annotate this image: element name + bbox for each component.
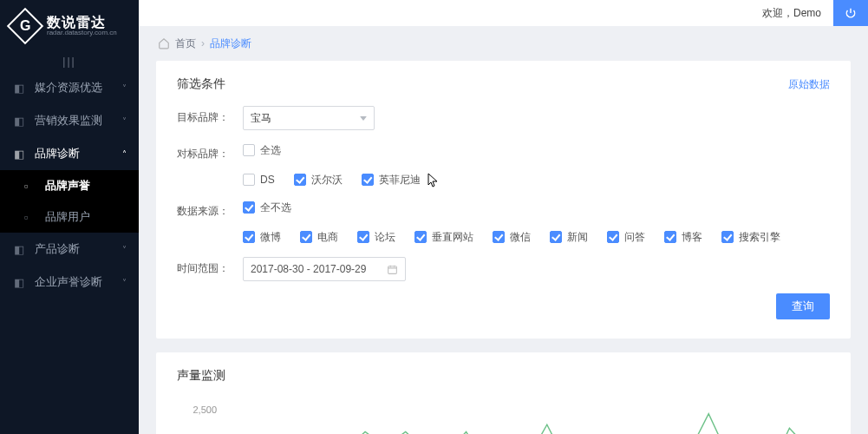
submenu-icon: ▫ bbox=[24, 180, 36, 192]
checkbox-label: 全选 bbox=[260, 142, 281, 158]
filter-title: 筛选条件 bbox=[177, 76, 225, 92]
chevron-down-icon: ˅ bbox=[122, 245, 127, 254]
query-button[interactable]: 查询 bbox=[776, 293, 830, 319]
checkbox-icon bbox=[721, 231, 734, 243]
checkbox-icon bbox=[493, 231, 505, 243]
sidebar-subitem-label: 品牌用户 bbox=[45, 209, 90, 225]
logout-button[interactable] bbox=[833, 0, 868, 26]
checkbox-icon bbox=[607, 231, 619, 243]
logo: G 数说雷达 radar.datastory.com.cn bbox=[0, 0, 139, 52]
date-range-label: 时间范围： bbox=[177, 257, 243, 279]
checkbox-icon bbox=[362, 174, 374, 186]
menu-icon: ◧ bbox=[12, 81, 26, 95]
checkbox-icon bbox=[243, 201, 255, 214]
checkbox-icon bbox=[664, 231, 676, 243]
content-area: 筛选条件 原始数据 目标品牌： 宝马 对标品牌： 全选DS沃尔沃英菲尼迪 数据来… bbox=[139, 61, 868, 434]
compare-all-checkbox[interactable]: 全选 bbox=[243, 142, 281, 158]
menu-icon: ◧ bbox=[12, 242, 26, 256]
checkbox-icon bbox=[243, 174, 255, 186]
breadcrumb-current: 品牌诊断 bbox=[210, 36, 251, 51]
sidebar-item-1[interactable]: ◧营销效果监测˅ bbox=[0, 104, 139, 137]
breadcrumb: 首页 › 品牌诊断 bbox=[139, 26, 868, 61]
checkbox-label: 博客 bbox=[682, 229, 702, 245]
sidebar-item-0[interactable]: ◧媒介资源优选˅ bbox=[0, 71, 139, 104]
chevron-up-icon: ˄ bbox=[122, 149, 127, 159]
datasource-checkbox-5[interactable]: 新闻 bbox=[550, 229, 588, 245]
checkbox-label: 搜索引擎 bbox=[739, 229, 780, 245]
sidebar-item-2[interactable]: ◧品牌诊断˄ bbox=[0, 137, 139, 170]
topbar: 欢迎，Demo bbox=[139, 0, 868, 26]
sidebar-item-label: 媒介资源优选 bbox=[35, 80, 102, 95]
checkbox-icon bbox=[550, 231, 562, 243]
checkbox-label: 问答 bbox=[624, 229, 645, 245]
welcome-text: 欢迎，Demo bbox=[762, 6, 821, 21]
sidebar-item-label: 企业声誉诊断 bbox=[35, 274, 102, 290]
datasource-checkbox-3[interactable]: 垂直网站 bbox=[414, 229, 473, 245]
target-brand-select[interactable]: 宝马 bbox=[243, 106, 375, 130]
sidebar-subitem-1[interactable]: ▫品牌用户 bbox=[0, 201, 139, 233]
chevron-down-icon: ˅ bbox=[122, 278, 127, 287]
checkbox-label: 微博 bbox=[260, 229, 281, 245]
datasource-checkbox-0[interactable]: 微博 bbox=[243, 229, 281, 245]
sidebar-item-label: 营销效果监测 bbox=[35, 113, 102, 128]
datasource-checkbox-6[interactable]: 问答 bbox=[607, 229, 645, 245]
data-source-label: 数据来源： bbox=[177, 200, 243, 222]
power-icon bbox=[845, 7, 857, 19]
compare-brand-checkbox-2[interactable]: 英菲尼迪 bbox=[362, 172, 421, 187]
checkbox-label: 微信 bbox=[510, 229, 531, 245]
checkbox-icon bbox=[294, 174, 306, 186]
checkbox-label: 全不选 bbox=[260, 200, 291, 215]
checkbox-label: 电商 bbox=[317, 229, 338, 245]
breadcrumb-separator: › bbox=[201, 37, 205, 49]
sidebar: G 数说雷达 radar.datastory.com.cn ||| ◧媒介资源优… bbox=[0, 0, 139, 434]
logo-title: 数说雷达 bbox=[47, 15, 117, 30]
datasource-checkbox-1[interactable]: 电商 bbox=[300, 229, 338, 245]
target-brand-label: 目标品牌： bbox=[177, 106, 243, 128]
checkbox-label: 英菲尼迪 bbox=[379, 172, 421, 187]
date-range-input[interactable]: 2017-08-30 - 2017-09-29 bbox=[243, 257, 406, 281]
logo-subtitle: radar.datastory.com.cn bbox=[47, 30, 117, 37]
chart-title: 声量监测 bbox=[177, 368, 830, 384]
compare-brand-label: 对标品牌： bbox=[177, 142, 243, 165]
checkbox-icon bbox=[414, 231, 427, 243]
date-range-value: 2017-08-30 - 2017-09-29 bbox=[251, 263, 366, 275]
datasource-none-checkbox[interactable]: 全不选 bbox=[243, 200, 291, 215]
chart-y-axis: 2,5002,0001,500 bbox=[177, 404, 224, 434]
filter-panel: 筛选条件 原始数据 目标品牌： 宝马 对标品牌： 全选DS沃尔沃英菲尼迪 数据来… bbox=[156, 61, 851, 339]
checkbox-icon bbox=[300, 231, 312, 243]
datasource-checkbox-2[interactable]: 论坛 bbox=[357, 229, 395, 245]
datasource-checkbox-4[interactable]: 微信 bbox=[493, 229, 531, 245]
chevron-down-icon: ˅ bbox=[122, 116, 127, 126]
checkbox-label: 新闻 bbox=[567, 229, 588, 245]
checkbox-icon bbox=[243, 144, 255, 156]
menu-icon: ◧ bbox=[12, 147, 26, 161]
compare-brand-checkbox-0[interactable]: DS bbox=[243, 172, 275, 187]
raw-data-link[interactable]: 原始数据 bbox=[788, 77, 830, 92]
chart-line-series-0 bbox=[224, 414, 830, 434]
chart-plot bbox=[224, 399, 830, 434]
checkbox-label: 论坛 bbox=[375, 229, 395, 245]
compare-brand-checkbox-1[interactable]: 沃尔沃 bbox=[294, 172, 343, 187]
checkbox-label: 沃尔沃 bbox=[311, 172, 343, 187]
sidebar-subitem-label: 品牌声誉 bbox=[45, 178, 90, 194]
datasource-checkbox-7[interactable]: 博客 bbox=[664, 229, 702, 245]
sidebar-item-label: 品牌诊断 bbox=[35, 146, 80, 161]
datasource-checkbox-8[interactable]: 搜索引擎 bbox=[721, 229, 780, 245]
sidebar-collapse[interactable]: ||| bbox=[0, 52, 139, 71]
y-tick-label: 2,500 bbox=[193, 404, 217, 415]
target-brand-value: 宝马 bbox=[251, 111, 271, 126]
sidebar-item-3[interactable]: ◧产品诊断˅ bbox=[0, 233, 139, 266]
chevron-down-icon: ˅ bbox=[122, 83, 127, 93]
sidebar-subitem-0[interactable]: ▫品牌声誉 bbox=[0, 170, 139, 201]
checkbox-label: 垂直网站 bbox=[432, 229, 473, 245]
menu-icon: ◧ bbox=[12, 275, 26, 289]
checkbox-label: DS bbox=[260, 172, 275, 187]
menu-icon: ◧ bbox=[12, 114, 26, 128]
sidebar-item-4[interactable]: ◧企业声誉诊断˅ bbox=[0, 266, 139, 299]
chart-panel: 声量监测 2,5002,0001,500 bbox=[156, 352, 851, 434]
breadcrumb-home[interactable]: 首页 bbox=[175, 36, 196, 51]
home-icon bbox=[158, 37, 170, 49]
checkbox-icon bbox=[243, 231, 255, 243]
submenu-icon: ▫ bbox=[24, 211, 36, 223]
calendar-icon bbox=[387, 264, 398, 275]
